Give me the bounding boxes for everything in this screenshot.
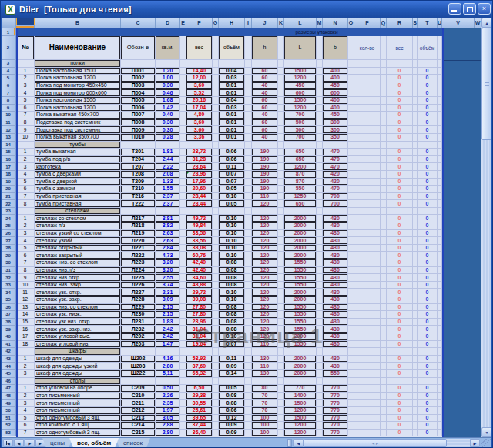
cell[interactable]: [348, 186, 354, 193]
cell[interactable]: [213, 230, 219, 238]
cell[interactable]: 0,08: [219, 393, 245, 400]
row-header[interactable]: 44: [1, 363, 16, 370]
cell[interactable]: Полка под монитор 600х600: [35, 89, 121, 97]
cell[interactable]: 0,08: [219, 311, 245, 319]
cell[interactable]: стол компьют. с 1 ящ.: [35, 422, 121, 430]
cell[interactable]: [381, 82, 387, 90]
cell[interactable]: [180, 296, 186, 304]
cell[interactable]: [354, 311, 381, 319]
cell[interactable]: 0: [387, 319, 413, 326]
cell[interactable]: 0: [418, 163, 438, 171]
cell[interactable]: 36,40: [186, 430, 213, 437]
cell[interactable]: стеллаж закрытый: [35, 252, 121, 259]
cell[interactable]: [213, 126, 219, 134]
cell[interactable]: [245, 156, 252, 164]
cell[interactable]: 1200: [284, 430, 317, 437]
sheet-tab-weight-volume[interactable]: вес, объём: [69, 438, 119, 448]
row-header[interactable]: 13: [1, 134, 16, 142]
cell[interactable]: [381, 304, 387, 312]
cell[interactable]: стеллаж узк. низк.: [35, 311, 121, 319]
cell[interactable]: 0: [418, 311, 438, 319]
cell[interactable]: [180, 259, 186, 267]
cell[interactable]: 0: [387, 134, 413, 142]
cell[interactable]: 120: [252, 304, 278, 312]
cell[interactable]: [180, 112, 186, 119]
cell[interactable]: [348, 319, 354, 326]
cell[interactable]: [348, 60, 354, 68]
cell[interactable]: [180, 193, 186, 201]
cell[interactable]: [245, 134, 252, 142]
column-header[interactable]: I: [245, 18, 252, 28]
cell[interactable]: 0: [387, 370, 413, 378]
cell[interactable]: 0,05: [219, 186, 245, 193]
cell[interactable]: Полка настольная 1500: [35, 97, 121, 105]
cell[interactable]: [354, 267, 381, 275]
cell[interactable]: 0: [387, 75, 413, 82]
header-cell[interactable]: объём: [219, 36, 245, 60]
cell[interactable]: [180, 60, 186, 68]
header-cell[interactable]: L: [284, 36, 317, 60]
cell[interactable]: 1550: [284, 311, 317, 319]
cell[interactable]: [317, 237, 323, 245]
cell[interactable]: [317, 60, 323, 68]
first-sheet-button[interactable]: ◀: [3, 439, 13, 447]
cell[interactable]: [381, 97, 387, 105]
cell[interactable]: 3,05: [156, 415, 180, 423]
row-header[interactable]: 26: [1, 230, 16, 238]
cell[interactable]: 700: [323, 200, 348, 208]
cell[interactable]: [317, 326, 323, 333]
row-header[interactable]: 46: [1, 378, 16, 386]
cell[interactable]: 0,06: [219, 156, 245, 164]
cell[interactable]: [381, 163, 387, 171]
cell[interactable]: [348, 163, 354, 171]
cell[interactable]: [245, 356, 252, 363]
cell[interactable]: 49,84: [186, 222, 213, 230]
cell[interactable]: [317, 393, 323, 400]
cell[interactable]: С214: [121, 422, 156, 430]
cell[interactable]: стеллаж узк. откр.: [35, 289, 121, 296]
cell[interactable]: [180, 385, 186, 393]
cell[interactable]: 2000: [284, 370, 317, 378]
cell[interactable]: [180, 142, 186, 149]
cell[interactable]: Полка настольная 1500: [35, 68, 121, 75]
cell[interactable]: 60: [252, 126, 278, 134]
cell[interactable]: 420: [323, 171, 348, 179]
cell[interactable]: [381, 370, 387, 378]
cell[interactable]: [317, 282, 323, 289]
cell[interactable]: Т209: [121, 179, 156, 186]
cell[interactable]: [213, 193, 219, 201]
cell[interactable]: 0,06: [219, 407, 245, 415]
cell[interactable]: 27,80: [186, 311, 213, 319]
cell[interactable]: [245, 119, 252, 127]
cell[interactable]: 0,08: [219, 400, 245, 407]
cell[interactable]: [381, 430, 387, 437]
cell[interactable]: [16, 60, 35, 68]
cell[interactable]: [278, 370, 284, 378]
cell[interactable]: [213, 179, 219, 186]
cell[interactable]: [245, 163, 252, 171]
row-header[interactable]: 34: [1, 289, 16, 296]
cell[interactable]: стеллаж низ. со стеклом: [35, 259, 121, 267]
cell[interactable]: [418, 208, 438, 216]
cell[interactable]: [323, 348, 348, 356]
cell[interactable]: 0,14: [219, 370, 245, 378]
cell[interactable]: [284, 378, 317, 386]
cell[interactable]: [180, 289, 186, 296]
cell[interactable]: 3,36: [186, 134, 213, 142]
cell[interactable]: [317, 186, 323, 193]
cell[interactable]: 0: [387, 126, 413, 134]
cell[interactable]: [323, 60, 348, 68]
cell[interactable]: 33,56: [186, 237, 213, 245]
cell[interactable]: 0: [387, 326, 413, 333]
cell[interactable]: 0: [418, 215, 438, 222]
cell[interactable]: [278, 407, 284, 415]
cell[interactable]: 3: [16, 230, 35, 238]
cell[interactable]: [354, 119, 381, 127]
cell[interactable]: [245, 289, 252, 296]
cell[interactable]: [245, 282, 252, 289]
cell[interactable]: [278, 171, 284, 179]
cell[interactable]: [354, 179, 381, 186]
cell[interactable]: 0,09: [219, 363, 245, 370]
cell[interactable]: 0: [418, 407, 438, 415]
cell[interactable]: 1550: [284, 274, 317, 282]
